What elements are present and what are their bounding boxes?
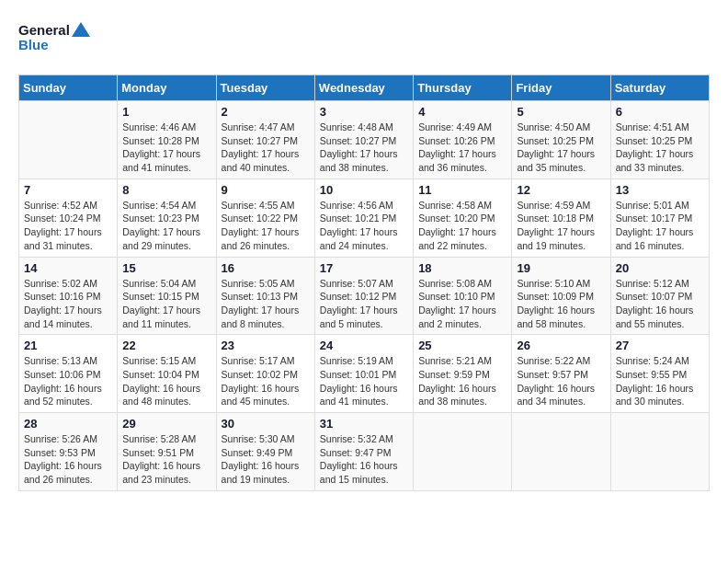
weekday-header-sunday: Sunday bbox=[19, 75, 118, 101]
day-cell: 7Sunrise: 4:52 AMSunset: 10:24 PMDayligh… bbox=[19, 178, 118, 257]
logo: General Blue bbox=[18, 18, 92, 60]
day-cell: 20Sunrise: 5:12 AMSunset: 10:07 PMDaylig… bbox=[610, 257, 709, 335]
day-cell: 12Sunrise: 4:59 AMSunset: 10:18 PMDaylig… bbox=[512, 178, 610, 257]
day-info: Sunrise: 5:04 AMSunset: 10:15 PMDaylight… bbox=[122, 277, 210, 331]
day-cell: 17Sunrise: 5:07 AMSunset: 10:12 PMDaylig… bbox=[314, 257, 413, 335]
day-number: 31 bbox=[320, 417, 408, 431]
day-number: 8 bbox=[122, 183, 210, 197]
day-info: Sunrise: 4:50 AMSunset: 10:25 PMDaylight… bbox=[517, 121, 605, 175]
weekday-header-monday: Monday bbox=[118, 75, 216, 101]
calendar-table: SundayMondayTuesdayWednesdayThursdayFrid… bbox=[18, 75, 710, 491]
day-info: Sunrise: 4:47 AMSunset: 10:27 PMDaylight… bbox=[222, 121, 310, 175]
day-cell: 29Sunrise: 5:28 AMSunset: 9:51 PMDayligh… bbox=[118, 413, 216, 491]
day-info: Sunrise: 5:13 AMSunset: 10:06 PMDaylight… bbox=[24, 354, 112, 408]
day-info: Sunrise: 5:08 AMSunset: 10:10 PMDaylight… bbox=[418, 277, 506, 331]
day-info: Sunrise: 4:49 AMSunset: 10:26 PMDaylight… bbox=[418, 121, 506, 175]
day-info: Sunrise: 4:54 AMSunset: 10:23 PMDaylight… bbox=[122, 199, 210, 253]
day-cell: 24Sunrise: 5:19 AMSunset: 10:01 PMDaylig… bbox=[314, 335, 413, 413]
day-cell: 2Sunrise: 4:47 AMSunset: 10:27 PMDayligh… bbox=[216, 101, 314, 179]
day-info: Sunrise: 5:24 AMSunset: 9:55 PMDaylight:… bbox=[616, 354, 704, 408]
day-info: Sunrise: 5:15 AMSunset: 10:04 PMDaylight… bbox=[122, 354, 210, 408]
day-info: Sunrise: 5:21 AMSunset: 9:59 PMDaylight:… bbox=[418, 354, 506, 408]
day-cell: 1Sunrise: 4:46 AMSunset: 10:28 PMDayligh… bbox=[118, 101, 216, 179]
day-info: Sunrise: 4:59 AMSunset: 10:18 PMDaylight… bbox=[517, 199, 605, 253]
week-row-2: 7Sunrise: 4:52 AMSunset: 10:24 PMDayligh… bbox=[19, 178, 710, 257]
weekday-header-tuesday: Tuesday bbox=[216, 75, 314, 101]
day-cell: 26Sunrise: 5:22 AMSunset: 9:57 PMDayligh… bbox=[512, 335, 610, 413]
day-cell: 13Sunrise: 5:01 AMSunset: 10:17 PMDaylig… bbox=[610, 178, 709, 257]
day-info: Sunrise: 5:30 AMSunset: 9:49 PMDaylight:… bbox=[222, 432, 310, 487]
day-info: Sunrise: 4:56 AMSunset: 10:21 PMDaylight… bbox=[320, 199, 408, 253]
day-number: 18 bbox=[418, 261, 506, 275]
day-cell: 11Sunrise: 4:58 AMSunset: 10:20 PMDaylig… bbox=[414, 178, 512, 257]
day-cell bbox=[414, 413, 512, 491]
day-number: 23 bbox=[222, 339, 310, 352]
day-info: Sunrise: 4:46 AMSunset: 10:28 PMDaylight… bbox=[122, 121, 210, 175]
day-info: Sunrise: 5:01 AMSunset: 10:17 PMDaylight… bbox=[616, 199, 704, 253]
day-info: Sunrise: 4:55 AMSunset: 10:22 PMDaylight… bbox=[222, 199, 310, 253]
day-number: 20 bbox=[616, 261, 704, 275]
day-cell: 4Sunrise: 4:49 AMSunset: 10:26 PMDayligh… bbox=[414, 101, 512, 179]
day-number: 17 bbox=[320, 261, 408, 275]
svg-text:Blue: Blue bbox=[18, 37, 49, 52]
day-number: 2 bbox=[222, 105, 310, 119]
day-number: 4 bbox=[418, 105, 506, 119]
day-number: 26 bbox=[517, 339, 605, 352]
weekday-header-row: SundayMondayTuesdayWednesdayThursdayFrid… bbox=[19, 75, 710, 101]
day-cell: 27Sunrise: 5:24 AMSunset: 9:55 PMDayligh… bbox=[610, 335, 709, 413]
weekday-header-saturday: Saturday bbox=[610, 75, 709, 101]
day-cell bbox=[512, 413, 610, 491]
day-cell: 19Sunrise: 5:10 AMSunset: 10:09 PMDaylig… bbox=[512, 257, 610, 335]
day-number: 21 bbox=[24, 339, 112, 352]
weekday-header-thursday: Thursday bbox=[414, 75, 512, 101]
day-number: 27 bbox=[616, 339, 704, 352]
day-cell: 22Sunrise: 5:15 AMSunset: 10:04 PMDaylig… bbox=[118, 335, 216, 413]
day-cell: 31Sunrise: 5:32 AMSunset: 9:47 PMDayligh… bbox=[314, 413, 413, 491]
day-number: 12 bbox=[517, 183, 605, 197]
weekday-header-friday: Friday bbox=[512, 75, 610, 101]
day-info: Sunrise: 5:28 AMSunset: 9:51 PMDaylight:… bbox=[122, 432, 210, 487]
day-cell: 21Sunrise: 5:13 AMSunset: 10:06 PMDaylig… bbox=[19, 335, 118, 413]
day-info: Sunrise: 4:52 AMSunset: 10:24 PMDaylight… bbox=[24, 199, 112, 253]
day-number: 7 bbox=[24, 183, 112, 197]
day-info: Sunrise: 5:12 AMSunset: 10:07 PMDaylight… bbox=[616, 277, 704, 331]
day-number: 28 bbox=[24, 417, 112, 431]
day-cell bbox=[19, 101, 118, 179]
day-number: 9 bbox=[222, 183, 310, 197]
week-row-3: 14Sunrise: 5:02 AMSunset: 10:16 PMDaylig… bbox=[19, 257, 710, 335]
day-info: Sunrise: 5:02 AMSunset: 10:16 PMDaylight… bbox=[24, 277, 112, 331]
day-cell: 16Sunrise: 5:05 AMSunset: 10:13 PMDaylig… bbox=[216, 257, 314, 335]
day-cell: 5Sunrise: 4:50 AMSunset: 10:25 PMDayligh… bbox=[512, 101, 610, 179]
day-cell: 6Sunrise: 4:51 AMSunset: 10:25 PMDayligh… bbox=[610, 101, 709, 179]
day-number: 24 bbox=[320, 339, 408, 352]
day-info: Sunrise: 5:10 AMSunset: 10:09 PMDaylight… bbox=[517, 277, 605, 331]
day-cell: 25Sunrise: 5:21 AMSunset: 9:59 PMDayligh… bbox=[414, 335, 512, 413]
day-cell: 9Sunrise: 4:55 AMSunset: 10:22 PMDayligh… bbox=[216, 178, 314, 257]
day-number: 22 bbox=[122, 339, 210, 352]
day-number: 25 bbox=[418, 339, 506, 352]
day-info: Sunrise: 4:48 AMSunset: 10:27 PMDaylight… bbox=[320, 121, 408, 175]
week-row-4: 21Sunrise: 5:13 AMSunset: 10:06 PMDaylig… bbox=[19, 335, 710, 413]
day-cell: 18Sunrise: 5:08 AMSunset: 10:10 PMDaylig… bbox=[414, 257, 512, 335]
day-info: Sunrise: 4:58 AMSunset: 10:20 PMDaylight… bbox=[418, 199, 506, 253]
day-info: Sunrise: 5:17 AMSunset: 10:02 PMDaylight… bbox=[222, 354, 310, 408]
day-info: Sunrise: 5:26 AMSunset: 9:53 PMDaylight:… bbox=[24, 432, 112, 487]
day-info: Sunrise: 5:32 AMSunset: 9:47 PMDaylight:… bbox=[320, 432, 408, 487]
day-number: 14 bbox=[24, 261, 112, 275]
day-number: 1 bbox=[122, 105, 210, 119]
day-cell: 30Sunrise: 5:30 AMSunset: 9:49 PMDayligh… bbox=[216, 413, 314, 491]
day-cell: 14Sunrise: 5:02 AMSunset: 10:16 PMDaylig… bbox=[19, 257, 118, 335]
day-cell: 15Sunrise: 5:04 AMSunset: 10:15 PMDaylig… bbox=[118, 257, 216, 335]
day-number: 29 bbox=[122, 417, 210, 431]
day-info: Sunrise: 5:22 AMSunset: 9:57 PMDaylight:… bbox=[517, 354, 605, 408]
day-info: Sunrise: 5:05 AMSunset: 10:13 PMDaylight… bbox=[222, 277, 310, 331]
day-cell: 23Sunrise: 5:17 AMSunset: 10:02 PMDaylig… bbox=[216, 335, 314, 413]
day-number: 30 bbox=[222, 417, 310, 431]
day-number: 5 bbox=[517, 105, 605, 119]
day-cell: 3Sunrise: 4:48 AMSunset: 10:27 PMDayligh… bbox=[314, 101, 413, 179]
day-number: 19 bbox=[517, 261, 605, 275]
logo-svg: General Blue bbox=[18, 18, 92, 60]
day-number: 15 bbox=[122, 261, 210, 275]
week-row-1: 1Sunrise: 4:46 AMSunset: 10:28 PMDayligh… bbox=[19, 101, 710, 179]
day-number: 3 bbox=[320, 105, 408, 119]
